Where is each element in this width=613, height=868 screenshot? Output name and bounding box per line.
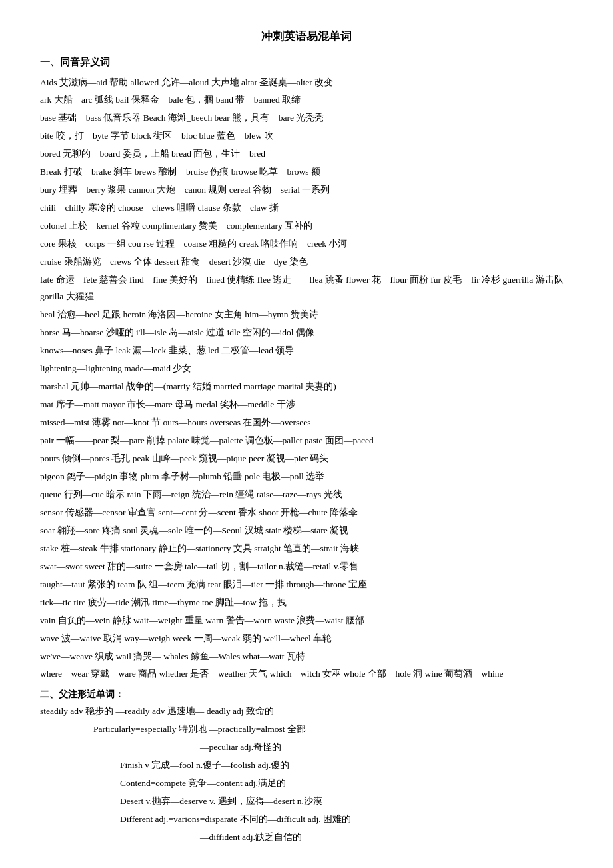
section1-line: core 果核—corps 一组 cou rse 过程—coarse 粗糙的 c… — [40, 236, 573, 253]
section2-line: Contend=compete 竞争—content adj.满足的 — [40, 775, 573, 792]
section2: 二、父注形近单词： steadily adv 稳步的 —readily adv … — [40, 687, 573, 846]
section1-line: bury 埋葬—berry 浆果 cannon 大炮—canon 规则 cere… — [40, 182, 573, 199]
section1-line: wave 波—waive 取消 way—weigh week 一周—weak 弱… — [40, 631, 573, 647]
section2-line: Desert v.抛弃—deserve v. 遇到，应得—desert n.沙漠 — [40, 793, 573, 810]
section2-content: steadily adv 稳步的 —readily adv 迅速地— deadl… — [40, 703, 573, 846]
section1-line: stake 桩—steak 牛排 stationary 静止的—statione… — [40, 541, 573, 557]
section1-line: fate 命运—fete 慈善会 find—fine 美好的—fined 使精练… — [40, 272, 573, 305]
section1-line: mat 席子—matt mayor 市长—mare 母马 medal 奖杯—me… — [40, 397, 573, 413]
section1-line: chili—chilly 寒冷的 choose—chews 咀嚼 clause … — [40, 200, 573, 217]
section1-line: cruise 乘船游览—crews 全体 dessert 甜食—desert 沙… — [40, 254, 573, 271]
section1-line: knows—noses 鼻子 leak 漏—leek 韭菜、葱 led 二极管—… — [40, 343, 573, 359]
section2-line: —peculiar adj.奇怪的 — [40, 739, 573, 756]
section1-title: 一、同音异义词 — [40, 53, 573, 72]
section2-line: Different adj.=varions=disparate 不同的—dif… — [40, 811, 573, 828]
section1-line: ark 大船—arc 弧线 bail 保释金—bale 包，捆 band 带—b… — [40, 92, 573, 109]
section1-line: pigeon 鸽子—pidgin 事物 plum 李子树—plumb 铅垂 po… — [40, 469, 573, 485]
section2-line: steadily adv 稳步的 —readily adv 迅速地— deadl… — [40, 703, 573, 720]
section1-line: we've—weave 织成 wail 痛哭— whales 鲸鱼—Wales … — [40, 649, 573, 665]
section1-line: base 基础—bass 低音乐器 Beach 海滩_beech bear 熊，… — [40, 110, 573, 127]
section1-line: horse 马—hoarse 沙哑的 i'll—isle 岛—aisle 过道 … — [40, 325, 573, 341]
section1-line: swat—swot sweet 甜的—suite 一套房 tale—tail 切… — [40, 559, 573, 575]
section1-line: bored 无聊的—board 委员，上船 bread 面包，生计—bred — [40, 146, 573, 163]
section1-line: pours 倾倒—pores 毛孔 peak 山峰—peek 窥视—pique … — [40, 451, 573, 467]
page-title: 冲刺英语易混单词 — [40, 27, 573, 47]
section1-line: missed—mist 薄雾 not—knot 节 ours—hours ove… — [40, 415, 573, 431]
section1-line: Aids 艾滋病—aid 帮助 allowed 允许—aloud 大声地 alt… — [40, 75, 573, 91]
section1-line: marshal 元帅—martial 战争的—(marriy 结婚 marrie… — [40, 379, 573, 395]
section1-line: lightening—lightening made—maid 少女 — [40, 361, 573, 377]
section2-line: Finish v 完成—fool n.傻子—foolish adj.傻的 — [40, 757, 573, 774]
section1-line: colonel 上校—kernel 谷粒 complimentary 赞美—co… — [40, 218, 573, 235]
section1-line: heal 治愈—heel 足跟 heroin 海洛因—heroine 女主角 h… — [40, 307, 573, 323]
section2-title: 二、父注形近单词： — [40, 689, 124, 699]
section1-line: pair 一幅——pear 梨—pare 削掉 palate 味觉—palett… — [40, 433, 573, 449]
section1-line: vain 自负的—vein 静脉 wait—weight 重量 warn 警告—… — [40, 613, 573, 629]
section2-line: Particularly=especially 特别地 —practically… — [40, 721, 573, 738]
section1-line: where—wear 穿戴—ware 商品 whether 是否—weather… — [40, 666, 573, 683]
section1-line: taught—taut 紧张的 team 队 组—teem 充满 tear 眼泪… — [40, 577, 573, 593]
section1-line: Break 打破—brake 刹车 brews 酿制—bruise 伤痕 bro… — [40, 164, 573, 181]
section1-line: bite 咬，打—byte 字节 block 街区—bloc blue 蓝色—b… — [40, 128, 573, 145]
section1-content: Aids 艾滋病—aid 帮助 allowed 允许—aloud 大声地 alt… — [40, 75, 573, 683]
section1-line: sensor 传感器—censor 审查官 sent—cent 分—scent … — [40, 505, 573, 521]
section1-line: queue 行列—cue 暗示 rain 下雨—reign 统治—rein 缰绳… — [40, 487, 573, 503]
section1-line: tick—tic tire 疲劳—tide 潮汛 time—thyme toe … — [40, 595, 573, 611]
section2-line: —diffident adj.缺乏自信的 — [40, 829, 573, 846]
section1-line: soar 翱翔—sore 疼痛 soul 灵魂—sole 唯一的—Seoul 汉… — [40, 523, 573, 539]
